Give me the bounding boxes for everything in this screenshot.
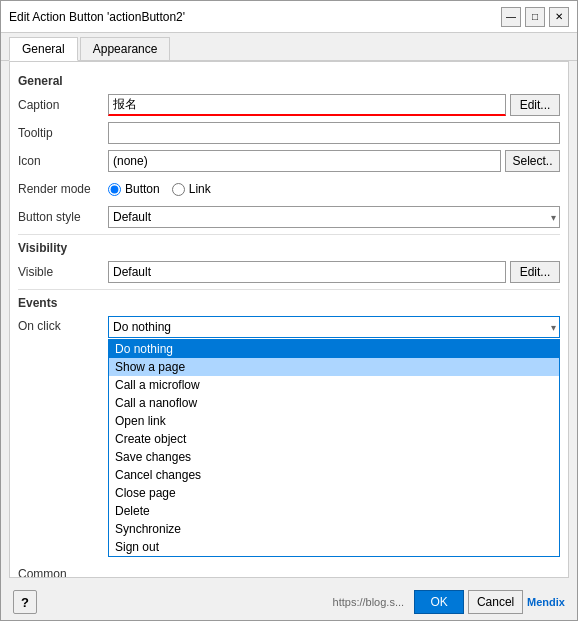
render-mode-row: Render mode Button Link [18,178,560,200]
section-general: General [18,74,560,88]
dropdown-item-do-nothing[interactable]: Do nothing [109,340,559,358]
footer-right: https://blog.s... OK Cancel Mendix [333,590,565,614]
caption-row: Caption Edit... [18,94,560,116]
edit-caption-button[interactable]: Edit... [510,94,560,116]
dropdown-item-delete[interactable]: Delete [109,502,559,520]
on-click-select-container: Do nothing ▾ [108,316,560,338]
help-button[interactable]: ? [13,590,37,614]
section-events: Events [18,296,560,310]
icon-row: Icon Select.. [18,150,560,172]
dropdown-item-call-microflow[interactable]: Call a microflow [109,376,559,394]
edit-visible-button[interactable]: Edit... [510,261,560,283]
caption-input-wrapper [108,94,506,116]
visible-label: Visible [18,265,108,279]
mendix-logo: Mendix [527,596,565,608]
render-mode-group: Button Link [108,182,560,196]
title-bar: Edit Action Button 'actionButton2' — □ ✕ [1,1,577,33]
maximize-button[interactable]: □ [525,7,545,27]
dropdown-item-cancel-changes[interactable]: Cancel changes [109,466,559,484]
icon-label: Icon [18,154,108,168]
title-bar-buttons: — □ ✕ [501,7,569,27]
icon-input[interactable] [108,150,501,172]
dropdown-item-show-page[interactable]: Show a page [109,358,559,376]
footer: ? https://blog.s... OK Cancel Mendix [1,586,577,620]
tooltip-label: Tooltip [18,126,108,140]
on-click-wrapper: Do nothing ▾ Do nothing Show a page Call… [108,316,560,557]
dropdown-item-close-page[interactable]: Close page [109,484,559,502]
on-click-display[interactable]: Do nothing [108,316,560,338]
footer-left: ? [13,590,37,614]
divider-1 [18,234,560,235]
tooltip-input[interactable] [108,122,560,144]
cancel-button[interactable]: Cancel [468,590,523,614]
common-row: Common [18,563,560,578]
window-title: Edit Action Button 'actionButton2' [9,10,185,24]
tab-bar: General Appearance [1,33,577,61]
footer-url: https://blog.s... [333,596,405,608]
dropdown-item-open-link[interactable]: Open link [109,412,559,430]
close-button[interactable]: ✕ [549,7,569,27]
minimize-button[interactable]: — [501,7,521,27]
visible-row: Visible Edit... [18,261,560,283]
render-button-input[interactable] [108,183,121,196]
render-mode-label: Render mode [18,182,108,196]
button-style-label: Button style [18,210,108,224]
on-click-row: On click Do nothing ▾ Do nothing Show a … [18,316,560,557]
on-click-label: On click [18,319,108,333]
caption-label: Caption [18,98,108,112]
on-click-dropdown: Do nothing Show a page Call a microflow … [108,339,560,557]
common-label: Common [18,567,108,578]
section-visibility: Visibility [18,241,560,255]
select-icon-button[interactable]: Select.. [505,150,560,172]
dropdown-item-create-object[interactable]: Create object [109,430,559,448]
render-button-radio[interactable]: Button [108,182,160,196]
ok-button[interactable]: OK [414,590,464,614]
visible-input[interactable] [108,261,506,283]
tab-general[interactable]: General [9,37,78,61]
button-style-select[interactable]: Default [108,206,560,228]
dropdown-item-sign-out[interactable]: Sign out [109,538,559,556]
render-link-radio[interactable]: Link [172,182,211,196]
dropdown-item-synchronize[interactable]: Synchronize [109,520,559,538]
tab-appearance[interactable]: Appearance [80,37,171,60]
button-style-row: Button style Default ▾ [18,206,560,228]
divider-2 [18,289,560,290]
caption-input[interactable] [108,94,506,116]
dropdown-item-call-nanoflow[interactable]: Call a nanoflow [109,394,559,412]
tooltip-row: Tooltip [18,122,560,144]
render-link-input[interactable] [172,183,185,196]
window: Edit Action Button 'actionButton2' — □ ✕… [0,0,578,621]
dropdown-item-save-changes[interactable]: Save changes [109,448,559,466]
main-content: General Caption Edit... Tooltip Icon Sel… [9,61,569,578]
button-style-wrapper: Default ▾ [108,206,560,228]
